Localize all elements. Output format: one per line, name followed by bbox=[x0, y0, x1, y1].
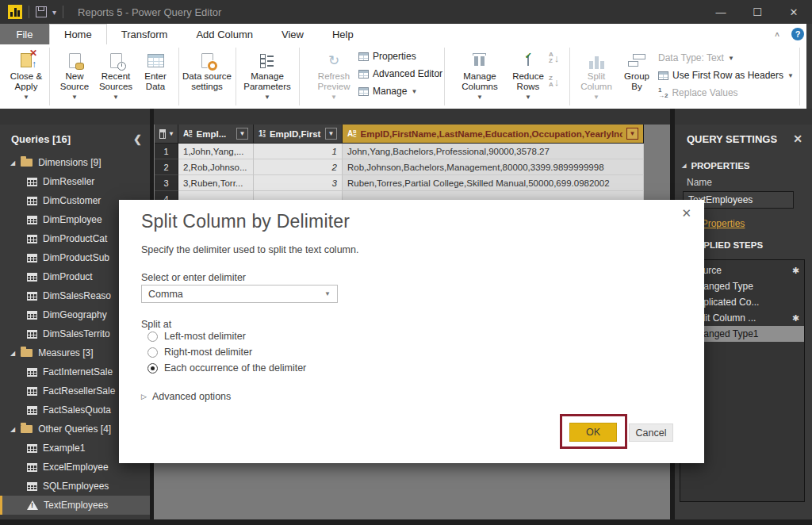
radio-left-most[interactable]: Left-most delimiter bbox=[147, 331, 246, 342]
cell[interactable]: Rob,Johnson,Bachelors,Management,80000,3… bbox=[343, 159, 644, 175]
step-settings-gear-icon[interactable]: ✱ bbox=[792, 313, 799, 324]
sort-descending-button[interactable]: ZA↓ bbox=[549, 75, 559, 88]
content-top-strip bbox=[0, 109, 812, 125]
cell[interactable]: 2 bbox=[254, 159, 343, 175]
dialog-title: Split Column by Delimiter bbox=[141, 211, 350, 232]
row-number: 2 bbox=[155, 159, 178, 175]
delimiter-label: Select or enter delimiter bbox=[141, 272, 246, 283]
close-panel-icon[interactable]: ✕ bbox=[793, 132, 802, 145]
sort-za-icon: ZA↓ bbox=[549, 75, 559, 88]
radio-each-occurrence[interactable]: Each occurrence of the delimiter bbox=[147, 362, 306, 374]
properties-button[interactable]: Properties bbox=[358, 51, 416, 62]
maximize-button[interactable]: ☐ bbox=[739, 0, 776, 24]
tree-expand-icon[interactable]: ◢ bbox=[10, 159, 15, 167]
minimize-button[interactable]: — bbox=[703, 0, 739, 24]
collapse-ribbon-icon[interactable]: ∧ bbox=[774, 30, 780, 38]
cell[interactable]: 3,Ruben,Torr... bbox=[178, 175, 254, 191]
replace-values-button[interactable]: 1→2 Replace Values bbox=[658, 87, 738, 98]
cell[interactable]: 1,John,Yang,... bbox=[178, 144, 254, 159]
dialog-close-icon[interactable]: ✕ bbox=[681, 206, 691, 220]
manage-parameters-button[interactable]: Manage Parameters▼ bbox=[240, 49, 294, 102]
data-source-settings-icon bbox=[201, 53, 213, 68]
reduce-rows-button[interactable]: ✓ Reduce Rows▼ bbox=[508, 49, 549, 102]
data-type-button[interactable]: Data Type: Text▼ bbox=[658, 52, 734, 63]
window-right-edge bbox=[806, 24, 812, 109]
advanced-editor-button[interactable]: Advanced Editor bbox=[358, 68, 442, 79]
collapse-queries-icon[interactable]: ❮ bbox=[133, 133, 142, 145]
table-icon bbox=[27, 482, 37, 491]
grid-corner-cell[interactable]: ▾ bbox=[155, 125, 178, 144]
delimiter-select[interactable]: Comma ▼ bbox=[141, 285, 338, 303]
name-label: Name bbox=[675, 175, 812, 191]
row-number: 3 bbox=[155, 175, 178, 191]
row-number: 1 bbox=[155, 144, 178, 159]
text-type-icon: ABC bbox=[347, 130, 357, 138]
cell[interactable]: John,Yang,Bachelors,Professional,90000,3… bbox=[343, 144, 644, 159]
new-source-icon bbox=[69, 53, 81, 68]
step-settings-gear-icon[interactable]: ✱ bbox=[792, 266, 799, 276]
table-icon bbox=[27, 254, 37, 262]
tab-file[interactable]: File bbox=[0, 24, 49, 44]
table-icon bbox=[27, 330, 37, 339]
ribbon-tabs: File Home Transform Add Column View Help… bbox=[0, 24, 812, 44]
dialog-subtitle: Specify the delimiter used to split the … bbox=[141, 244, 358, 255]
split-column-button[interactable]: Split Column▼ bbox=[576, 49, 617, 102]
refresh-preview-button[interactable]: ↻ Refresh Preview▼ bbox=[313, 49, 354, 102]
tab-add-column[interactable]: Add Column bbox=[182, 24, 267, 44]
cell[interactable]: 1 bbox=[254, 144, 343, 159]
close-apply-icon: ✕↑ bbox=[21, 53, 32, 67]
advanced-options-toggle[interactable]: ▷ Advanced options bbox=[141, 391, 231, 402]
quick-access-dropdown-icon[interactable]: ▾ bbox=[52, 8, 56, 17]
close-window-button[interactable]: ✕ bbox=[776, 0, 812, 24]
cell[interactable]: Ruben,Torres,Partial College,Skilled Man… bbox=[343, 175, 644, 191]
warning-icon bbox=[27, 500, 38, 510]
sidebar-folder-dimensions[interactable]: ◢ Dimensions [9] bbox=[0, 153, 150, 172]
data-grid: ▾ ABC EmpI... ▼ 123 EmpID,First... ▼ ABC… bbox=[155, 125, 644, 207]
recent-sources-button[interactable]: Recent Sources▼ bbox=[95, 49, 136, 102]
cell[interactable]: 3 bbox=[254, 175, 343, 191]
sidebar-item-sqlemployees[interactable]: SQLEmployees bbox=[0, 477, 150, 496]
radio-right-most[interactable]: Right-most delimiter bbox=[147, 347, 252, 358]
table-icon bbox=[27, 311, 37, 320]
tab-help[interactable]: Help bbox=[318, 24, 368, 44]
use-first-row-icon bbox=[658, 71, 668, 80]
close-apply-button[interactable]: ✕↑ Close & Apply▼ bbox=[6, 49, 46, 102]
ribbon: ✕↑ Close & Apply▼ Close New Source▼ Rece… bbox=[0, 44, 812, 109]
split-column-dialog: ✕ Split Column by Delimiter Specify the … bbox=[119, 200, 704, 463]
manage-button[interactable]: Manage▼ bbox=[358, 86, 417, 97]
column-filter-icon[interactable]: ▼ bbox=[236, 128, 248, 140]
data-source-settings-button[interactable]: Data source settings bbox=[182, 49, 232, 92]
section-collapse-icon[interactable]: ◢ bbox=[682, 163, 686, 169]
use-first-row-button[interactable]: Use First Row as Headers▼ bbox=[658, 70, 794, 81]
titlebar: ▾ Reports 5 - Power Query Editor — ☐ ✕ bbox=[0, 0, 812, 24]
tree-expand-icon[interactable]: ◢ bbox=[10, 350, 15, 357]
table-icon bbox=[27, 235, 37, 243]
cell[interactable]: 2,Rob,Johnso... bbox=[178, 159, 254, 175]
group-by-button[interactable]: Group By bbox=[620, 49, 653, 92]
column-filter-icon[interactable]: ▼ bbox=[325, 128, 337, 140]
column-header-3-selected[interactable]: ABC EmpID,FirstName,LastName,Education,O… bbox=[343, 125, 644, 144]
tree-expand-icon[interactable]: ◢ bbox=[10, 426, 15, 433]
enter-data-button[interactable]: Enter Data bbox=[140, 49, 171, 92]
table-icon bbox=[27, 406, 37, 415]
column-header-1[interactable]: ABC EmpI... ▼ bbox=[178, 125, 254, 144]
cancel-button[interactable]: Cancel bbox=[629, 423, 673, 442]
radio-selected-icon bbox=[147, 363, 158, 374]
new-source-button[interactable]: New Source▼ bbox=[56, 49, 94, 102]
recent-sources-icon bbox=[110, 53, 122, 68]
save-icon[interactable] bbox=[36, 6, 47, 17]
window-bottom-edge bbox=[0, 519, 812, 525]
sidebar-item-textemployees[interactable]: TextEmployees bbox=[0, 496, 150, 515]
help-icon[interactable]: ? bbox=[791, 28, 804, 40]
tab-transform[interactable]: Transform bbox=[107, 24, 182, 44]
column-filter-icon[interactable]: ▼ bbox=[626, 128, 638, 140]
reduce-rows-icon: ✓ bbox=[527, 56, 529, 66]
manage-columns-button[interactable]: Manage Columns▼ bbox=[456, 49, 504, 102]
tab-home[interactable]: Home bbox=[49, 24, 107, 44]
table-icon bbox=[159, 129, 166, 139]
sidebar-item-dimreseller[interactable]: DimReseller bbox=[0, 172, 150, 191]
sort-ascending-button[interactable]: AZ↓ bbox=[549, 52, 559, 64]
tab-view[interactable]: View bbox=[267, 24, 318, 44]
ok-button[interactable]: OK bbox=[569, 423, 617, 442]
column-header-2[interactable]: 123 EmpID,First... ▼ bbox=[254, 125, 343, 144]
